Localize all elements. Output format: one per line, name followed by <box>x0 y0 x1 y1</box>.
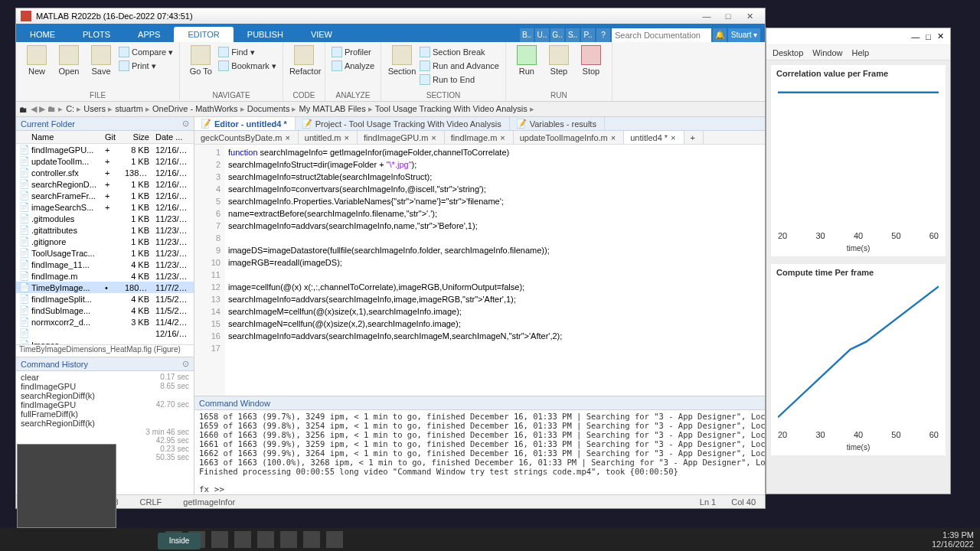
compare-button[interactable]: Compare ▾ <box>119 45 173 59</box>
menu-desktop[interactable]: Desktop <box>773 48 803 57</box>
history-item[interactable]: findImageGPU8.65 sec <box>21 382 189 391</box>
taskbar-icon[interactable] <box>280 531 297 548</box>
current-folder-header[interactable]: Current Folder⊙ <box>16 117 194 131</box>
tab-view[interactable]: VIEW <box>297 27 346 42</box>
qat-help-icon[interactable]: ? <box>596 28 610 42</box>
save-button[interactable]: Save <box>87 45 116 76</box>
history-item[interactable]: fullFrameDiff(k) <box>21 409 189 419</box>
close-icon[interactable]: × <box>671 133 675 142</box>
section-break-button[interactable]: Section Break <box>420 45 499 59</box>
file-tab[interactable]: geckCountsByDate.m × <box>194 131 299 144</box>
file-tab[interactable]: updateToolImageInfo.m × <box>514 131 624 144</box>
close-icon[interactable]: × <box>345 133 349 142</box>
close-button[interactable]: ✕ <box>739 9 760 23</box>
file-row[interactable]: 📄.gitmodules1 KB11/23/202... <box>16 213 194 224</box>
qat-btn[interactable]: G.. <box>550 28 564 42</box>
fig-maximize-button[interactable]: □ <box>926 32 931 41</box>
document-tab[interactable]: 📝Editor - untitled4 * <box>194 117 296 130</box>
qat-btn[interactable]: S.. <box>566 28 580 42</box>
close-icon[interactable]: × <box>285 133 289 142</box>
bell-icon[interactable]: 🔔 <box>713 28 727 42</box>
chart-correlation[interactable]: Correlation value per Frame 2030405060 t… <box>771 65 946 256</box>
search-documentation-input[interactable] <box>612 28 711 42</box>
file-row[interactable]: 📄.gitignore1 KB11/23/202... <box>16 236 194 247</box>
goto-button[interactable]: Go To <box>186 45 215 76</box>
close-icon[interactable]: × <box>500 133 505 142</box>
history-item[interactable]: findImageGPU42.70 sec <box>21 400 189 409</box>
file-tab[interactable]: untitled.m × <box>299 131 358 144</box>
breadcrumb-segment[interactable]: Documents <box>247 104 290 113</box>
menu-window[interactable]: Window <box>812 48 842 57</box>
profiler-button[interactable]: Profiler <box>332 45 374 59</box>
file-row[interactable]: 📄searchFrameFr...+1 KB12/16/202... <box>16 190 194 201</box>
file-row[interactable]: 📄12/16/202... <box>16 328 194 339</box>
file-tab[interactable]: untitled4 * × <box>624 131 684 144</box>
menu-help[interactable]: Help <box>851 48 869 57</box>
history-item[interactable]: 3 min 46 sec <box>21 428 189 436</box>
taskbar-icon[interactable] <box>257 531 274 548</box>
breadcrumb-segment[interactable]: C: <box>66 104 74 113</box>
file-row[interactable]: 📄findImageSplit...4 KB11/5/2022 ... <box>16 293 194 305</box>
file-tab[interactable]: findImage.m × <box>445 131 514 144</box>
file-table-header[interactable]: Name Git Size Date ... <box>16 131 194 144</box>
run-button[interactable]: Run <box>512 45 541 76</box>
inside-badge[interactable]: Inside <box>158 533 201 549</box>
section-button[interactable]: Section <box>387 45 416 76</box>
file-row[interactable]: 📄findImage_11...4 KB11/23/202... <box>16 259 194 270</box>
run-advance-button[interactable]: Run and Advance <box>420 59 499 73</box>
step-button[interactable]: Step <box>544 45 573 76</box>
breadcrumb-segment[interactable]: My MATLAB Files <box>299 104 366 113</box>
refactor-button[interactable]: Refactor <box>289 45 318 76</box>
analyze-button[interactable]: Analyze <box>332 59 374 73</box>
file-tab[interactable]: findImageGPU.m × <box>358 131 445 144</box>
taskbar-icon[interactable] <box>211 531 228 548</box>
taskbar-icon[interactable] <box>326 531 343 548</box>
document-tab[interactable]: 📝Project - Tool Usage Tracking With Vide… <box>296 117 510 130</box>
file-row[interactable]: 📄findSubImage...4 KB11/5/2022 ... <box>16 305 194 316</box>
breadcrumb-segment[interactable]: Tool Usage Tracking With Video Analysis <box>375 104 528 113</box>
file-row[interactable]: 📄normxcorr2_d...3 KB11/4/2022 ... <box>16 316 194 328</box>
fig-close-button[interactable]: ✕ <box>937 31 944 41</box>
breadcrumb-segment[interactable]: OneDrive - MathWorks <box>152 104 238 113</box>
find-button[interactable]: Find ▾ <box>218 45 276 59</box>
history-item[interactable]: searchRegionDiff(k) <box>21 419 189 428</box>
file-row[interactable]: 📄searchRegionD...+1 KB12/16/202... <box>16 178 194 190</box>
qat-btn[interactable]: B.. <box>520 28 534 42</box>
maximize-button[interactable]: □ <box>717 9 739 23</box>
command-prompt[interactable]: fx >> <box>194 484 765 494</box>
run-to-end-button[interactable]: Run to End <box>420 73 499 86</box>
bookmark-button[interactable]: Bookmark ▾ <box>218 59 276 73</box>
breadcrumb-segment[interactable]: stuartm <box>115 104 143 113</box>
stop-button[interactable]: Stop <box>577 45 606 76</box>
print-button[interactable]: Print ▾ <box>119 59 173 73</box>
file-row[interactable]: 📄ToolUsageTrac...1 KB11/23/202... <box>16 247 194 259</box>
close-icon[interactable]: × <box>431 133 436 142</box>
history-item[interactable]: clear0.17 sec <box>21 373 189 382</box>
panel-menu-icon[interactable]: ⊙ <box>182 119 189 129</box>
open-button[interactable]: Open <box>54 45 83 76</box>
file-row[interactable]: 📄findImage.m4 KB11/23/202... <box>16 270 194 282</box>
user-menu[interactable]: Stuart ▾ <box>728 28 760 42</box>
tab-editor[interactable]: EDITOR <box>174 27 233 42</box>
file-row[interactable]: 📄findImageGPU...+8 KB12/16/202... <box>16 144 194 155</box>
address-bar[interactable]: 🖿 ◀ ▶ 🖿 ▸ C: ▸ Users ▸ stuartm ▸ OneDriv… <box>16 102 765 117</box>
code-editor[interactable]: 1234567891011121314151617 function searc… <box>194 145 765 396</box>
command-window-output[interactable]: 1658 of 1663 (99.7%), 3249 ipm, < 1 min … <box>194 410 765 484</box>
taskbar-icon[interactable] <box>234 531 251 548</box>
file-row[interactable]: 📄controller.sfx+138 KB12/16/202... <box>16 167 194 178</box>
document-tab[interactable]: 📝Variables - results <box>510 117 605 130</box>
qat-btn[interactable]: P.. <box>581 28 595 42</box>
new-button[interactable]: New <box>22 45 51 76</box>
history-item[interactable]: searchRegionDiff(k) <box>21 391 189 400</box>
titlebar[interactable]: MATLAB R2022b (16-Dec-2022 07:43:51) — □… <box>16 8 765 24</box>
minimize-button[interactable]: — <box>696 9 717 23</box>
file-tab[interactable]: + <box>684 131 704 144</box>
file-row[interactable]: 📄updateToolIm...+1 KB12/16/202... <box>16 155 194 167</box>
fig-minimize-button[interactable]: — <box>911 32 920 41</box>
tab-home[interactable]: HOME <box>16 27 69 42</box>
close-icon[interactable]: × <box>611 133 616 142</box>
file-row[interactable]: 📄imageSearchS...+1 KB12/16/202... <box>16 201 194 213</box>
tab-apps[interactable]: APPS <box>124 27 174 42</box>
taskbar-icon[interactable] <box>303 531 320 548</box>
chart-compute-time[interactable]: Compute time Per frame 2030405060 time(s… <box>771 264 946 455</box>
